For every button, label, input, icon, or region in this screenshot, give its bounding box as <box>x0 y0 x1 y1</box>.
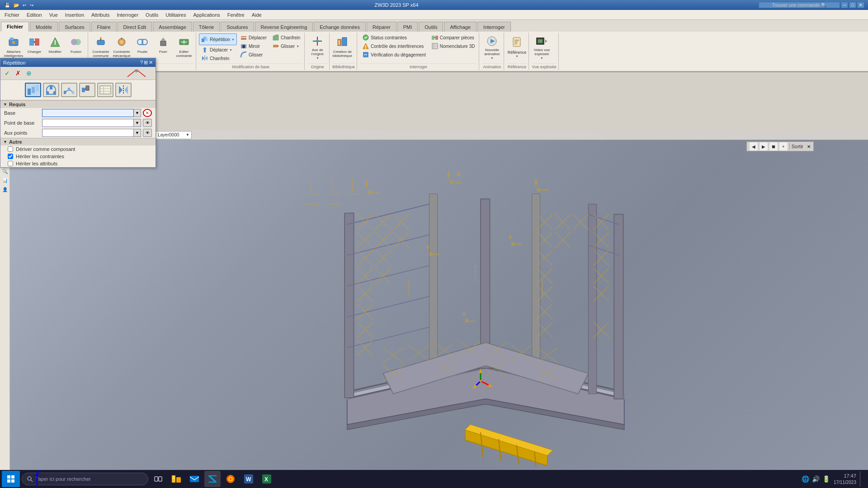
menu-interroger[interactable]: Interroger <box>113 10 142 19</box>
point-base-dropdown[interactable]: ▼ <box>134 119 141 127</box>
heriter-attributs-checkbox[interactable] <box>8 161 13 166</box>
quick-save-icon[interactable]: 💾 <box>4 3 11 8</box>
btn-fusion[interactable]: Fusion <box>66 33 86 60</box>
btn-attaches-intelligentes[interactable]: Attaches intelligentes <box>4 33 24 60</box>
menu-vue[interactable]: Vue <box>46 10 61 19</box>
type-icon-2[interactable] <box>61 83 77 97</box>
menu-fichier[interactable]: Fichier <box>1 10 23 19</box>
btn-nomenclature-3d[interactable]: Nomenclature 3D <box>429 42 477 50</box>
taskbar-app-mail[interactable] <box>186 471 203 487</box>
btn-verification-degagement[interactable]: Vérification du dégagement <box>360 51 428 59</box>
btn-comparer-pieces[interactable]: Comparer pièces <box>429 33 477 42</box>
tab-echange-donnees[interactable]: Echange données <box>314 22 366 32</box>
float-help-icon[interactable]: ? <box>140 60 143 66</box>
minimize-button[interactable]: ─ <box>841 2 848 8</box>
float-close-icon[interactable]: ✕ <box>149 60 153 66</box>
base-combo-dropdown[interactable]: ▼ <box>134 109 141 117</box>
show-desktop-btn[interactable] <box>860 471 863 487</box>
menu-outils[interactable]: Outils <box>142 10 162 19</box>
float-expand-icon[interactable]: ⊞ <box>144 60 148 66</box>
btn-glisser[interactable]: Glisser ▼ <box>270 42 302 50</box>
network-icon[interactable]: 🌐 <box>802 475 809 483</box>
btn-fixer[interactable]: Fixer <box>153 33 173 60</box>
tab-tolerie[interactable]: Tôlerie <box>193 22 220 32</box>
taskbar-app-explorer[interactable] <box>168 471 184 487</box>
point-base-side-btn[interactable]: 👁 <box>143 119 152 127</box>
quick-redo-icon[interactable]: ↪ <box>29 3 34 8</box>
sortir-play-btn[interactable]: ▶ <box>760 142 768 150</box>
btn-video-vue-explosee[interactable]: Video vue explosée ▼ <box>532 33 552 60</box>
base-side-btn-1[interactable]: ✕ <box>143 109 152 117</box>
search-cmd-input[interactable]: Trouver une commande 🔍 <box>759 2 840 8</box>
btn-chanfrein[interactable]: Chanfrein <box>270 33 302 42</box>
tab-surfaces[interactable]: Surfaces <box>59 22 90 32</box>
tab-affichage[interactable]: Affichage <box>444 22 476 32</box>
btn-nouvelle-animation[interactable]: Nouvelle animation ▼ <box>482 33 502 60</box>
point-base-input[interactable] <box>42 119 134 127</box>
menu-utilitaires[interactable]: Utilitaires <box>162 10 189 19</box>
type-icon-3[interactable] <box>79 83 95 97</box>
btn-changer[interactable]: Changer <box>24 33 44 60</box>
taskbar-app-zw3d[interactable] <box>204 471 221 487</box>
btn-creation-bibliotheque[interactable]: Création de bibliothèque <box>332 33 352 60</box>
deriver-checkbox[interactable] <box>8 146 13 152</box>
tab-modele[interactable]: Modèle <box>30 22 58 32</box>
panel-apply-button[interactable]: ⊕ <box>24 69 34 78</box>
btn-reference[interactable]: Référence ▼ <box>507 33 527 60</box>
type-icon-5[interactable] <box>115 83 132 97</box>
float-panel-title[interactable]: Répétition ? ⊞ ✕ <box>0 58 156 67</box>
tab-reparer[interactable]: Réparer <box>367 22 396 32</box>
tab-reverse-engineering[interactable]: Reverse Engineering <box>255 22 313 32</box>
quick-undo-icon[interactable]: ↩ <box>22 3 27 8</box>
menu-attributs[interactable]: Attributs <box>88 10 113 19</box>
menu-edition[interactable]: Edition <box>23 10 46 19</box>
tab-pmi[interactable]: PMI <box>397 22 418 32</box>
sortir-expand-btn[interactable]: + <box>779 142 788 150</box>
vp-layer-selector[interactable]: Layer0000 ▼ <box>156 131 192 139</box>
tab-interroger-tab[interactable]: Interroger <box>477 22 511 32</box>
deplacer-dropdown[interactable]: ▼ <box>229 48 232 52</box>
tab-outils[interactable]: Outils <box>419 22 443 32</box>
btn-editer-contrainte[interactable]: Editer contrainte <box>174 33 194 60</box>
btn-poulie[interactable]: Poulie <box>132 33 152 60</box>
tab-soudures[interactable]: Soudures <box>221 22 254 32</box>
btn-axe-origine[interactable]: Axe de l'origine ▼ <box>307 33 327 60</box>
btn-status-contraintes[interactable]: Status contraintes <box>360 33 428 42</box>
taskbar-app-word[interactable]: W <box>241 471 257 487</box>
type-icon-4[interactable] <box>97 83 113 97</box>
panel-ok-button[interactable]: ✓ <box>2 69 12 78</box>
menu-insertion[interactable]: Insertion <box>61 10 88 19</box>
left-btn-5[interactable]: 🔍 <box>1 167 9 175</box>
menu-applications[interactable]: Applications <box>189 10 223 19</box>
start-button[interactable] <box>2 471 20 487</box>
sound-icon[interactable]: 🔊 <box>812 475 820 483</box>
tab-fichier[interactable]: Fichier <box>1 22 29 32</box>
repetition-dropdown[interactable]: ▼ <box>231 38 235 41</box>
btn-contrainte-mecanique[interactable]: Contrainte mécanique <box>112 33 132 60</box>
heriter-contraintes-checkbox[interactable] <box>8 154 13 159</box>
viewport[interactable]: ◀ ▶ + − 🔍 ✥ ↻ <box>10 130 868 488</box>
axe-dropdown[interactable]: ▼ <box>316 56 319 60</box>
left-btn-7[interactable]: 👤 <box>1 185 9 193</box>
maximize-button[interactable]: □ <box>849 2 856 8</box>
deriver-label[interactable]: Dériver comme composant <box>16 146 75 152</box>
reference-dropdown[interactable]: ▼ <box>515 55 519 58</box>
panel-cancel-button[interactable]: ✗ <box>13 69 23 78</box>
sortir-prev-btn[interactable]: ◀ <box>750 142 758 150</box>
btn-miroir[interactable]: Chanfrein <box>199 54 237 62</box>
btn-contrainte-commune[interactable]: Contrainte commune <box>91 33 111 60</box>
sortir-stop-btn[interactable]: ⏹ <box>769 142 778 150</box>
sortir-close-icon[interactable]: ✕ <box>807 144 811 149</box>
quick-open-icon[interactable]: 📂 <box>13 3 20 8</box>
tab-direct-edit[interactable]: Direct Edit <box>118 22 152 32</box>
heriter-contraintes-label[interactable]: Hériter les contraintes <box>16 154 64 159</box>
base-input[interactable]: 1 Sélectionnés <box>42 109 134 117</box>
animation-dropdown[interactable]: ▼ <box>491 56 494 60</box>
menu-aide[interactable]: Aide <box>248 10 265 19</box>
tab-filaire[interactable]: Filaire <box>91 22 117 32</box>
menu-fenetre[interactable]: Fenêtre <box>224 10 248 19</box>
aux-points-input[interactable] <box>42 129 134 137</box>
heriter-attributs-label[interactable]: Hériter les attributs <box>16 161 57 166</box>
type-icon-1[interactable] <box>43 83 59 97</box>
tab-assemblage[interactable]: Assemblage <box>153 22 192 32</box>
